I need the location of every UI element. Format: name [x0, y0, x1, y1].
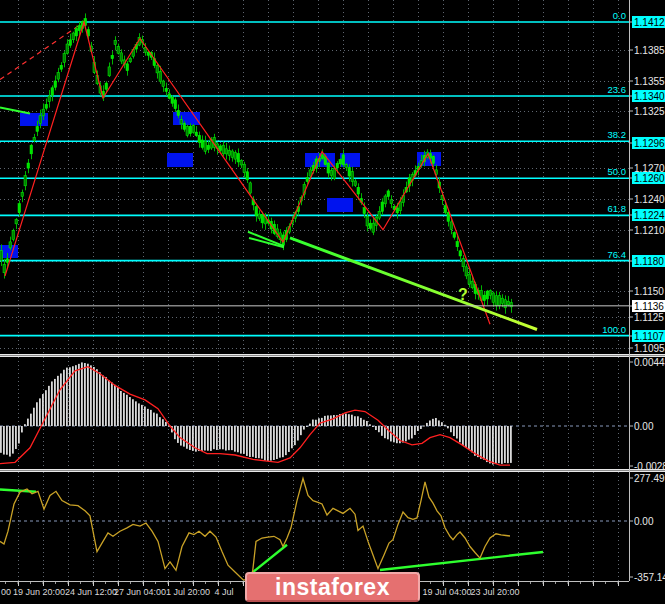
candle	[462, 259, 465, 267]
macd-histogram-bar	[435, 418, 437, 426]
candle	[339, 159, 342, 163]
fib-price-box-label: 1.1340	[634, 91, 665, 102]
candle	[18, 204, 21, 213]
macd-histogram-bar	[54, 379, 56, 426]
candle	[168, 94, 171, 98]
macd-histogram-bar	[0, 426, 2, 453]
price-scale-label: -0.0028	[634, 461, 665, 472]
macd-histogram-bar	[426, 423, 428, 426]
fib-price-box-label: 1.1180	[634, 256, 664, 267]
candle	[105, 83, 108, 89]
macd-histogram-bar	[432, 419, 434, 426]
candle	[33, 137, 36, 140]
macd-histogram-bar	[21, 426, 23, 432]
macd-histogram-bar	[366, 421, 368, 426]
trading-chart-window: ?0.023.638.250.061.876.4100.01.13851.135…	[0, 0, 665, 604]
macd-histogram-bar	[498, 426, 500, 463]
candle	[486, 291, 489, 299]
candle	[501, 298, 504, 303]
macd-histogram-bar	[381, 426, 383, 436]
candle	[369, 223, 372, 228]
macd-histogram-bar	[459, 426, 461, 442]
macd-histogram-bar	[66, 368, 68, 426]
fib-level-label: 100.0	[602, 324, 626, 335]
date-label: 23 Jul 20:00	[470, 587, 519, 597]
macd-histogram-bar	[477, 426, 479, 457]
candle	[483, 295, 486, 301]
macd-histogram-bar	[18, 426, 20, 443]
macd-histogram-bar	[372, 426, 374, 427]
candle	[363, 208, 366, 214]
macd-histogram-bar	[231, 426, 233, 450]
macd-histogram-bar	[420, 426, 422, 429]
candle	[222, 145, 225, 154]
candle	[201, 140, 204, 148]
candle	[468, 274, 471, 284]
macd-histogram-bar	[258, 426, 260, 458]
macd-histogram-bar	[261, 426, 263, 459]
macd-histogram-bar	[303, 426, 305, 430]
macd-histogram-bar	[45, 390, 47, 426]
candle	[45, 104, 48, 108]
macd-histogram-bar	[285, 426, 287, 455]
candle	[183, 123, 186, 129]
macd-histogram-bar	[342, 414, 344, 426]
candle	[189, 126, 192, 133]
price-scale-label: 277.4971	[634, 473, 665, 484]
candle	[42, 109, 45, 116]
candle	[333, 169, 336, 179]
candle	[354, 181, 357, 186]
candle	[111, 55, 114, 58]
macd-histogram-bar	[486, 426, 488, 462]
candle	[174, 100, 177, 109]
macd-histogram-bar	[156, 414, 158, 426]
candle	[129, 58, 132, 62]
candle	[390, 200, 393, 204]
fib-price-box-label: 1.1296	[634, 138, 665, 149]
candle	[246, 172, 249, 180]
candle	[372, 223, 375, 232]
macd-histogram-bar	[297, 426, 299, 441]
date-label: 19 Jul 04:00	[422, 587, 471, 597]
macd-histogram-bar	[276, 426, 278, 459]
chart-canvas[interactable]: ?0.023.638.250.061.876.4100.01.13851.135…	[0, 0, 665, 604]
macd-histogram-bar	[270, 426, 272, 461]
macd-histogram-bar	[447, 426, 449, 428]
candle	[21, 192, 24, 196]
macd-histogram-bar	[288, 426, 290, 452]
candle	[453, 232, 456, 237]
candle	[30, 145, 33, 154]
candle	[450, 222, 453, 229]
candle	[72, 33, 75, 40]
macd-histogram-bar	[354, 416, 356, 426]
macd-histogram-bar	[87, 364, 89, 426]
price-scale-label: 1.1385	[634, 45, 665, 56]
macd-histogram-bar	[222, 426, 224, 449]
highlight-zone[interactable]	[167, 153, 193, 167]
candle	[6, 259, 9, 263]
macd-histogram-bar	[264, 426, 266, 461]
macd-histogram-bar	[75, 365, 77, 426]
candle	[120, 53, 123, 61]
candle	[171, 97, 174, 103]
highlight-zone[interactable]	[327, 198, 353, 212]
date-label: 19 Jun 20:00	[13, 587, 65, 597]
macd-histogram-bar	[333, 415, 335, 426]
candle	[159, 72, 162, 82]
macd-histogram-bar	[123, 393, 125, 426]
macd-histogram-bar	[186, 426, 188, 449]
price-scale-label: 0.00	[634, 421, 654, 432]
macd-histogram-bar	[489, 426, 491, 463]
macd-histogram-bar	[102, 375, 104, 426]
macd-histogram-bar	[81, 362, 83, 426]
macd-histogram-bar	[408, 426, 410, 440]
candle	[0, 251, 3, 261]
candle	[255, 207, 258, 216]
macd-histogram-bar	[375, 426, 377, 430]
macd-histogram-bar	[396, 426, 398, 443]
macd-histogram-bar	[387, 426, 389, 439]
candle	[207, 145, 210, 149]
macd-histogram-bar	[48, 386, 50, 426]
candle	[243, 164, 246, 173]
question-mark-annotation[interactable]: ?	[458, 286, 468, 303]
